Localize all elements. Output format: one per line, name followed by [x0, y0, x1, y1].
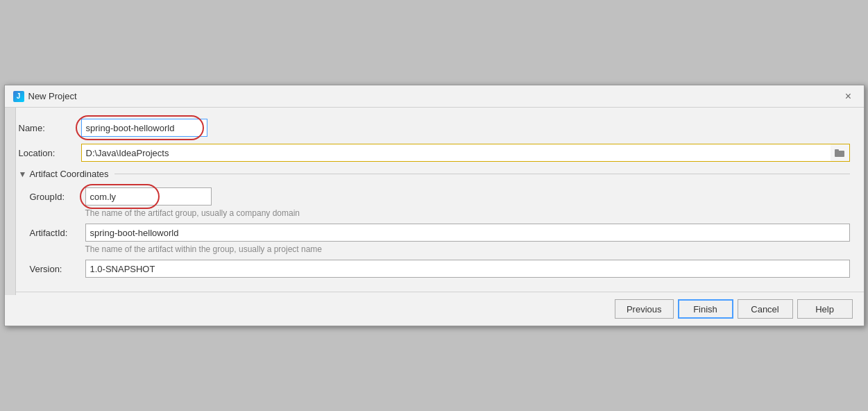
groupid-hint: The name of the artifact group, usually … — [85, 208, 850, 218]
artifactid-field-row: ArtifactId: — [30, 224, 850, 242]
version-field-row: Version: — [30, 260, 850, 278]
location-input-wrapper — [81, 144, 850, 162]
finish-button[interactable]: Finish — [678, 299, 733, 319]
location-field-row: Location: — [19, 144, 850, 162]
title-bar: J New Project × — [5, 85, 864, 108]
svg-rect-1 — [835, 149, 839, 151]
version-label: Version: — [30, 264, 85, 274]
dialog-content: Name: Location: ▼ Artifact Co — [5, 108, 864, 292]
section-divider — [114, 174, 850, 174]
svg-rect-0 — [835, 151, 844, 157]
name-label: Name: — [19, 123, 81, 133]
version-input[interactable] — [85, 260, 850, 278]
dialog-title: New Project — [28, 91, 77, 101]
cancel-button[interactable]: Cancel — [738, 299, 793, 319]
collapse-arrow-icon[interactable]: ▼ — [19, 169, 27, 179]
title-bar-left: J New Project — [13, 91, 77, 102]
location-input[interactable] — [81, 144, 831, 162]
groupid-input[interactable] — [85, 187, 212, 206]
name-input[interactable] — [81, 119, 207, 137]
groupid-label: GroupId: — [30, 192, 85, 202]
artifactid-input[interactable] — [85, 224, 850, 242]
previous-button[interactable]: Previous — [615, 299, 674, 319]
app-icon: J — [13, 91, 24, 102]
artifact-section-header: ▼ Artifact Coordinates — [19, 169, 850, 179]
dialog-footer: Previous Finish Cancel Help — [5, 292, 864, 326]
close-button[interactable]: × — [842, 90, 856, 103]
ide-left-strip — [5, 108, 16, 295]
artifactid-hint: The name of the artifact within the grou… — [85, 244, 850, 254]
artifact-section-content: GroupId: The name of the artifact group,… — [19, 187, 850, 278]
name-input-wrapper — [81, 119, 850, 137]
location-label: Location: — [19, 148, 81, 158]
new-project-dialog: J New Project × Name: Location: — [4, 85, 865, 326]
groupid-input-wrapper — [85, 187, 850, 206]
groupid-field-row: GroupId: — [30, 187, 850, 206]
artifactid-label: ArtifactId: — [30, 228, 85, 238]
artifact-section-title: Artifact Coordinates — [29, 169, 108, 179]
location-browse-button[interactable] — [831, 144, 850, 162]
name-field-row: Name: — [19, 119, 850, 137]
help-button[interactable]: Help — [797, 299, 853, 319]
folder-icon — [835, 149, 844, 157]
